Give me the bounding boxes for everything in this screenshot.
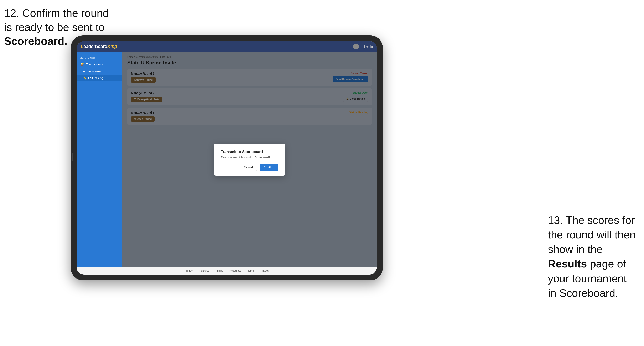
footer-product[interactable]: Product <box>185 269 193 272</box>
main-content: MAIN MENU 🏆 Tournaments + Create New ✏️ … <box>76 52 377 267</box>
sidebar-section-label: MAIN MENU <box>76 55 122 60</box>
footer-privacy[interactable]: Privacy <box>261 269 269 272</box>
cancel-button[interactable]: Cancel <box>240 164 257 171</box>
page-content: Home / Tournaments / State U Spring Invi… <box>122 52 377 267</box>
logo-area: LeaderboardKing <box>81 44 117 49</box>
instruction-line2: is ready to be sent to <box>4 21 105 33</box>
sidebar: MAIN MENU 🏆 Tournaments + Create New ✏️ … <box>76 52 122 267</box>
instruction-bottom-text: 13. The scores for the round will then s… <box>548 214 636 299</box>
page-footer: Product Features Pricing Resources Terms… <box>76 267 377 275</box>
edit-existing-label: Edit Existing <box>88 76 103 80</box>
footer-terms[interactable]: Terms <box>248 269 254 272</box>
results-bold: Results <box>548 258 587 270</box>
confirm-button[interactable]: Confirm <box>260 164 278 171</box>
instruction-bottom: 13. The scores for the round will then s… <box>548 213 636 300</box>
edit-icon: ✏️ <box>83 76 86 80</box>
modal-buttons: Cancel Confirm <box>221 164 278 171</box>
modal-overlay: Transmit to Scoreboard Ready to send thi… <box>122 52 377 267</box>
tablet-screen: LeaderboardKing + Sign In MAIN MENU 🏆 To… <box>76 41 377 275</box>
sidebar-item-create-new[interactable]: + Create New <box>76 68 122 75</box>
tablet-frame: LeaderboardKing + Sign In MAIN MENU 🏆 To… <box>71 35 383 280</box>
create-new-label: Create New <box>86 70 101 73</box>
footer-pricing[interactable]: Pricing <box>216 269 223 272</box>
top-bar: LeaderboardKing + Sign In <box>76 41 377 52</box>
instruction-line1: 12. Confirm the round <box>4 7 109 19</box>
modal-subtitle: Ready to send this round to Scoreboard? <box>221 156 278 159</box>
tablet-side-button <box>72 153 73 161</box>
sidebar-item-edit-existing[interactable]: ✏️ Edit Existing <box>76 75 122 81</box>
sidebar-item-tournaments[interactable]: 🏆 Tournaments <box>76 60 122 68</box>
sign-in-label[interactable]: + Sign In <box>361 45 373 48</box>
footer-resources[interactable]: Resources <box>230 269 241 272</box>
tournaments-label: Tournaments <box>86 63 103 66</box>
instruction-bold: Scoreboard. <box>4 35 67 47</box>
trophy-icon: 🏆 <box>80 62 84 66</box>
top-bar-right: + Sign In <box>353 44 373 49</box>
modal-box: Transmit to Scoreboard Ready to send thi… <box>214 144 285 176</box>
user-avatar <box>353 44 359 49</box>
logo: LeaderboardKing <box>81 44 117 49</box>
footer-features[interactable]: Features <box>200 269 209 272</box>
modal-title: Transmit to Scoreboard <box>221 150 278 154</box>
plus-icon: + <box>83 70 85 73</box>
